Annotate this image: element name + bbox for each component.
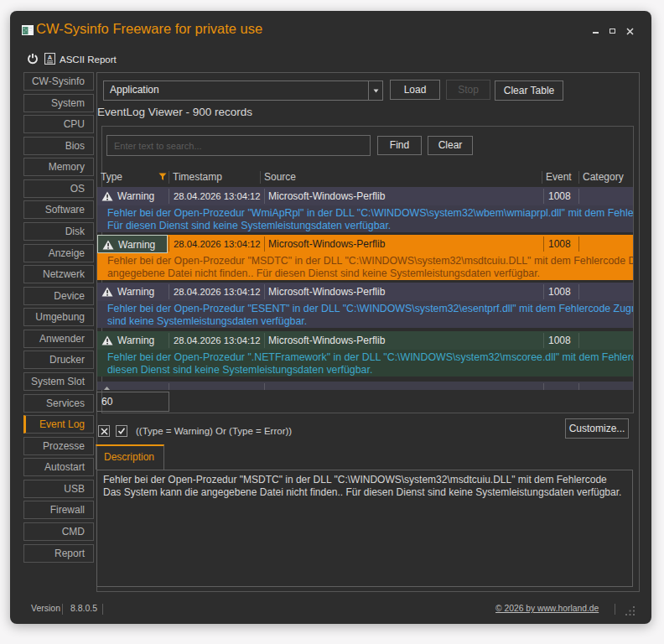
svg-text:A: A	[48, 54, 53, 61]
